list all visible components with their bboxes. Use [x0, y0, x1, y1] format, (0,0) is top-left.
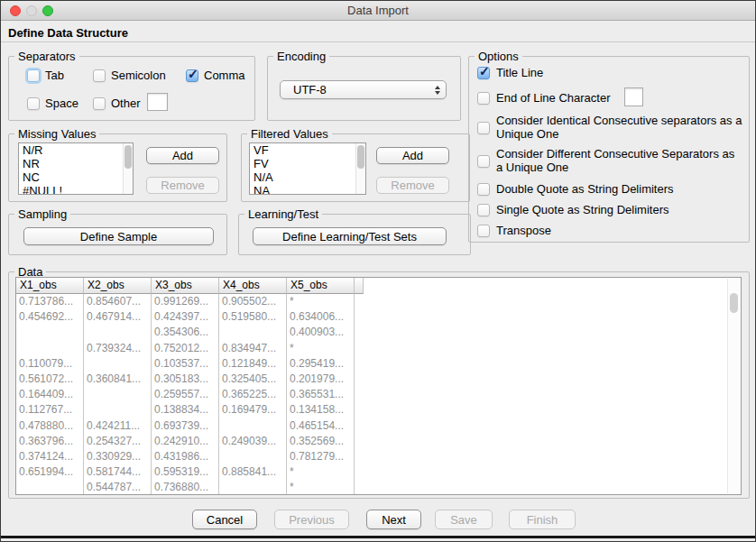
different-separators-checkbox[interactable] [477, 155, 490, 168]
scrollbar-thumb[interactable] [730, 293, 738, 313]
table-cell: 0.112767... [16, 402, 84, 418]
table-cell: 0.465154... [287, 418, 355, 434]
table-cell: 0.544787... [84, 480, 152, 495]
missing-values-add-button[interactable]: Add [146, 147, 219, 164]
table-cell: 0.519580... [219, 309, 287, 325]
comma-label[interactable]: Comma [204, 69, 245, 83]
space-label[interactable]: Space [45, 96, 78, 111]
column-header[interactable]: X1_obs [16, 278, 84, 294]
tab-checkbox[interactable] [27, 69, 40, 82]
end-of-line-input[interactable] [624, 87, 643, 106]
separators-group-title: Separators [14, 50, 79, 63]
title-line-label[interactable]: Title Line [496, 66, 543, 80]
column-header[interactable]: X3_obs [152, 278, 219, 294]
filtered-values-remove-button[interactable]: Remove [376, 177, 449, 194]
other-label[interactable]: Other [111, 96, 141, 111]
single-quote-label[interactable]: Single Quote as String Delimiters [496, 203, 668, 217]
title-line-checkbox[interactable] [477, 67, 490, 79]
list-item[interactable]: #NULL! [19, 184, 123, 194]
identical-separators-checkbox[interactable] [477, 122, 490, 134]
table-cell: 0.254327... [84, 434, 152, 449]
table-cell: 0.305183... [152, 372, 219, 387]
column-header[interactable]: X2_obs [84, 278, 152, 294]
define-learning-test-sets-button[interactable]: Define Learning/Test Sets [253, 227, 447, 245]
separators-group: Separators Tab Semicolon Comma Space Oth… [8, 56, 255, 121]
table-row[interactable]: 0.739324...0.752012...0.834947...* [16, 341, 355, 356]
table-row[interactable]: 0.354306...0.400903... [16, 325, 355, 340]
encoding-select[interactable]: UTF-8 [280, 80, 447, 99]
single-quote-checkbox[interactable] [477, 204, 490, 216]
filtered-values-add-button[interactable]: Add [376, 147, 449, 164]
column-header[interactable]: X5_obs [287, 278, 355, 294]
filtered-values-scrollbar[interactable] [355, 143, 365, 194]
missing-values-group: Missing Values N/RNRNC#NULL! Add Remove [8, 133, 227, 202]
save-button[interactable]: Save [435, 510, 493, 529]
previous-button[interactable]: Previous [274, 510, 349, 529]
identical-separators-label[interactable]: Consider Identical Consecutive separator… [496, 114, 743, 141]
window-title: Data Import [1, 4, 755, 17]
space-checkbox[interactable] [27, 97, 40, 110]
cancel-button[interactable]: Cancel [192, 510, 257, 529]
list-item[interactable]: NR [19, 157, 123, 170]
table-scrollbar[interactable] [727, 279, 739, 493]
list-item[interactable]: VF [250, 143, 355, 157]
table-cell: 0.781279... [287, 449, 355, 464]
scrollbar-thumb[interactable] [357, 145, 364, 169]
column-header[interactable]: X4_obs [219, 278, 287, 294]
table-row[interactable]: 0.110079...0.103537...0.121849...0.29541… [16, 356, 355, 372]
transpose-checkbox[interactable] [477, 225, 490, 237]
table-row[interactable]: 0.164409...0.259557...0.365225...0.36553… [16, 387, 355, 402]
table-row[interactable]: 0.374124...0.330929...0.431986...0.78127… [16, 449, 355, 464]
table-row[interactable]: 0.478880...0.424211...0.693739...0.46515… [16, 418, 355, 434]
table-row[interactable]: 0.713786...0.854607...0.991269...0.90550… [16, 294, 355, 309]
table-row[interactable]: 0.454692...0.467914...0.424397...0.51958… [16, 309, 355, 325]
table-cell: * [287, 294, 355, 309]
different-separators-label[interactable]: Consider Different Consecutive Separator… [496, 147, 743, 174]
next-button[interactable]: Next [366, 510, 421, 529]
end-of-line-checkbox[interactable] [477, 92, 490, 105]
table-cell: 0.365531... [287, 387, 355, 402]
list-item[interactable]: FV [250, 157, 355, 170]
list-item[interactable]: N/R [19, 143, 123, 157]
scrollbar-thumb[interactable] [124, 145, 132, 169]
table-cell: 0.752012... [152, 341, 219, 356]
table-cell: 0.736880... [152, 480, 219, 495]
comma-checkbox[interactable] [186, 69, 198, 82]
other-checkbox[interactable] [93, 97, 106, 110]
missing-values-remove-button[interactable]: Remove [146, 177, 219, 194]
table-cell: 0.693739... [152, 418, 219, 434]
define-sample-button[interactable]: Define Sample [23, 227, 214, 245]
missing-values-scrollbar[interactable] [123, 143, 133, 194]
table-cell: 0.201979... [287, 372, 355, 387]
list-item[interactable]: N/A [250, 170, 355, 184]
table-row[interactable]: 0.112767...0.138834...0.169479...0.13415… [16, 402, 355, 418]
table-row[interactable]: 0.363796...0.254327...0.242910...0.24903… [16, 434, 355, 449]
double-quote-label[interactable]: Double Quote as String Delimiters [496, 182, 674, 197]
other-separator-input[interactable] [147, 93, 168, 111]
table-cell: 0.249039... [219, 434, 287, 449]
transpose-label[interactable]: Transpose [496, 224, 551, 238]
table-cell: 0.352569... [287, 434, 355, 449]
end-of-line-label[interactable]: End of Line Character [496, 91, 610, 106]
list-item[interactable]: NC [19, 170, 123, 184]
table-row[interactable]: 0.544787...0.736880...* [16, 480, 355, 495]
finish-button[interactable]: Finish [509, 510, 576, 529]
double-quote-checkbox[interactable] [477, 183, 490, 196]
table-cell [16, 480, 84, 495]
table-row[interactable]: 0.651994...0.581744...0.595319...0.88584… [16, 464, 355, 480]
filtered-values-group-title: Filtered Values [247, 127, 332, 141]
table-cell: 0.295419... [287, 356, 355, 372]
window-bottom-strip [1, 538, 755, 541]
table-cell: 0.363796... [16, 434, 84, 449]
sampling-group-title: Sampling [14, 207, 70, 221]
semicolon-label[interactable]: Semicolon [111, 69, 166, 83]
table-row[interactable]: 0.561072...0.360841...0.305183...0.32540… [16, 372, 355, 387]
list-item[interactable]: NA [250, 184, 355, 194]
table-cell: 0.581744... [84, 464, 152, 480]
table-cell [219, 480, 287, 495]
semicolon-checkbox[interactable] [93, 69, 106, 82]
table-cell: 0.431986... [152, 449, 219, 464]
filtered-values-list[interactable]: VFFVN/ANA [249, 142, 366, 195]
tab-label[interactable]: Tab [45, 69, 64, 83]
missing-values-list[interactable]: N/RNRNC#NULL! [18, 142, 134, 195]
